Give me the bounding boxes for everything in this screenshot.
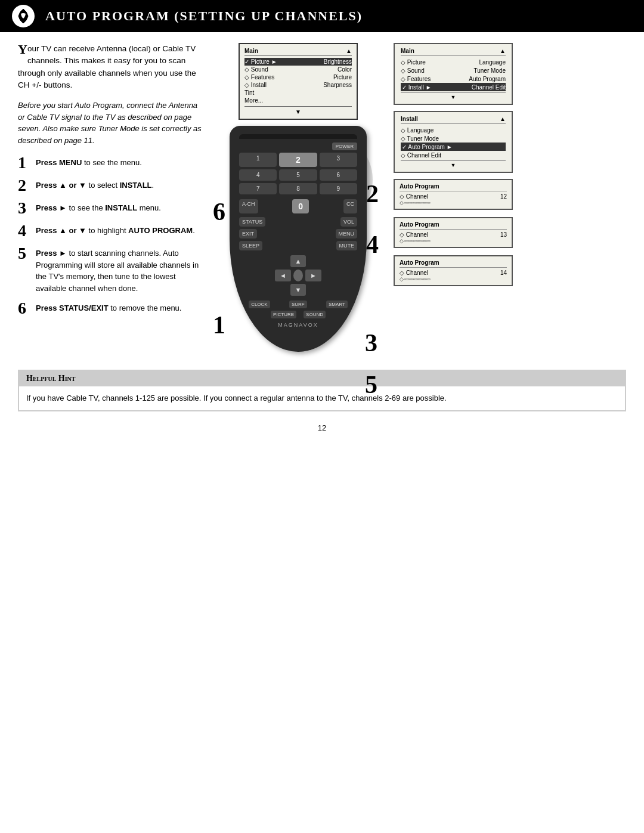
btn-sleep[interactable]: SLEEP: [239, 241, 262, 250]
ap-channel-label: ◇ Channel: [400, 193, 428, 200]
step-3-text: Press ► to see the INSTALL menu.: [36, 200, 161, 214]
sleep-mute-row: SLEEP MUTE: [239, 241, 357, 250]
btn-0[interactable]: 0: [292, 199, 309, 213]
ap-row-channel-13: ◇ Channel 13: [400, 231, 507, 238]
btn-menu[interactable]: MENU: [336, 229, 358, 239]
menu-screen-install: Install ▲ ◇ Language ◇ Tuner Mode ✓ Auto…: [394, 111, 513, 173]
step-3-bold2: INSTALL: [105, 203, 137, 212]
step-6-bold: Press STATUS/EXIT: [36, 304, 109, 312]
step-1: 1 Press MENU to see the menu.: [18, 154, 203, 171]
power-button[interactable]: POWER: [332, 143, 357, 150]
btn-cc[interactable]: CC: [343, 199, 357, 213]
main-menu-screen: Main ▲ ✓ Picture ► Brightness ◇ Sound Co…: [239, 43, 358, 120]
step-overlay-2: 2: [366, 179, 379, 208]
btn-9[interactable]: 9: [320, 183, 357, 194]
ap-progress-1: ◇ ◦◦◦◦◦◦◦◦◦◦◦◦◦◦◦◦◦◦◦◦: [400, 200, 507, 206]
btn-down[interactable]: ▼: [290, 284, 306, 296]
btn-mute[interactable]: MUTE: [336, 241, 358, 250]
ms-title: Main: [401, 48, 414, 54]
step-2-bold2: INSTALL: [120, 181, 152, 190]
btn-clock[interactable]: CLOCK: [249, 301, 270, 308]
screen-row-install: ◇ Install Sharpness: [244, 81, 352, 89]
step-4-bold: Press ▲ or ▼: [36, 226, 86, 235]
btn-right[interactable]: ►: [305, 270, 321, 281]
screen-divider: [244, 106, 352, 107]
ms-value: Language: [479, 59, 506, 66]
screen-row-value: Picture: [333, 74, 352, 80]
remote-top-strip: [239, 134, 357, 139]
step-3-number: 3: [18, 200, 31, 216]
btn-ach[interactable]: A·CH: [239, 199, 258, 213]
step-6: 6 Press STATUS/EXIT to remove the menu.: [18, 300, 203, 317]
ms-arrow-install: ▲: [500, 116, 506, 122]
step-1-text: Press MENU to see the menu.: [36, 154, 142, 169]
btn-up[interactable]: ▲: [290, 255, 306, 267]
status-vol-row: STATUS VOL: [239, 217, 357, 227]
btn-3[interactable]: 3: [320, 153, 357, 167]
screen-header-left: Main: [244, 48, 258, 54]
screen-row-label: ◇ Features: [244, 74, 274, 80]
step-5-text: Press ► to start scanning channels. Auto…: [36, 245, 203, 294]
ms-indicator: ◇ Features: [401, 76, 431, 82]
btn-8[interactable]: 8: [279, 183, 317, 194]
btn-5[interactable]: 5: [279, 169, 317, 181]
btn-1[interactable]: 1: [239, 153, 277, 167]
ms-row-autoprog-selected: ✓ Auto Program ►: [401, 143, 506, 151]
btn-status[interactable]: STATUS: [239, 217, 265, 227]
intro-text-body: our TV can receive Antenna (local) or Ca…: [18, 44, 196, 89]
ms-down-arrow: ▼: [401, 94, 506, 100]
ap-channel-value: 12: [500, 193, 507, 200]
step-3: 3 Press ► to see the INSTALL menu.: [18, 200, 203, 216]
screen-header-arrow: ▲: [346, 48, 352, 54]
btn-7[interactable]: 7: [239, 183, 277, 194]
ap-channel-value-2: 13: [500, 231, 507, 238]
hint-header: Helpful Hint: [19, 371, 625, 386]
ap-row-channel-12: ◇ Channel 12: [400, 193, 507, 200]
ms-value: Tuner Mode: [473, 67, 506, 74]
ms-arrow: ▲: [500, 48, 506, 54]
btn-smart[interactable]: SMART: [326, 301, 348, 308]
ms-indicator: ◇ Picture: [401, 59, 426, 66]
ap-progress-3: ◇ ◦◦◦◦◦◦◦◦◦◦◦◦◦◦◦◦◦◦◦◦: [400, 276, 507, 282]
ap-header-3: Auto Program: [400, 259, 507, 268]
btn-sound[interactable]: SOUND: [304, 311, 326, 318]
btn-4[interactable]: 4: [239, 169, 277, 181]
screen-row-value-tint: Tint: [244, 89, 254, 96]
screen-row-label: ✓ Picture ►: [244, 58, 277, 65]
ap-channel-label-2: ◇ Channel: [400, 231, 428, 238]
step-6-number: 6: [18, 300, 31, 317]
remote-special-row: A·CH 0 CC: [239, 199, 357, 213]
auto-prog-screen-14: Auto Program ◇ Channel 14 ◇ ◦◦◦◦◦◦◦◦◦◦◦◦…: [394, 255, 513, 286]
step-5: 5 Press ► to start scanning channels. Au…: [18, 245, 203, 294]
page-header: Auto Program (Setting up Channels): [0, 0, 644, 32]
remote-numpad: 1 2 3 4 5 6 7 8 9: [239, 153, 357, 194]
ap-header-2: Auto Program: [400, 221, 507, 230]
ap-channel-value-3: 14: [500, 270, 507, 276]
ms-row-features: ◇ Features Auto Program: [401, 75, 506, 83]
step-overlay-1: 1: [213, 311, 225, 339]
step-4: 4 Press ▲ or ▼ to highlight AUTO PROGRAM…: [18, 222, 203, 239]
btn-2[interactable]: 2: [279, 153, 317, 167]
ms-value: Auto Program: [469, 76, 506, 82]
remote-wrapper: 6 2 4 1 3 5 POWER 1 2 3 4 5 6: [230, 126, 367, 352]
btn-left[interactable]: ◄: [275, 270, 291, 281]
step-1-number: 1: [18, 154, 31, 171]
btn-6[interactable]: 6: [320, 169, 357, 181]
middle-column: Main ▲ ✓ Picture ► Brightness ◇ Sound Co…: [215, 43, 382, 352]
btn-picture[interactable]: PICTURE: [271, 311, 296, 318]
ms-title-install: Install: [401, 116, 418, 122]
screen-down-arrow: ▼: [244, 109, 352, 115]
ms-row-channeledit: ◇ Channel Edit: [401, 151, 506, 159]
hint-body: If you have Cable TV, channels 1-125 are…: [19, 386, 625, 410]
btn-exit[interactable]: EXIT: [239, 229, 257, 239]
helpful-hint-box: Helpful Hint If you have Cable TV, chann…: [18, 370, 626, 411]
ms-header-install: Install ▲: [401, 116, 506, 124]
step-1-bold: Press MENU: [36, 158, 82, 167]
remote-power-row: POWER: [239, 143, 357, 150]
btn-ok[interactable]: [293, 270, 303, 281]
btn-surf[interactable]: SURF: [289, 301, 307, 308]
left-column: Your TV can receive Antenna (local) or C…: [18, 43, 203, 352]
step-overlay-5: 5: [365, 370, 377, 399]
btn-vol[interactable]: VOL: [340, 217, 357, 227]
step-4-number: 4: [18, 222, 31, 239]
